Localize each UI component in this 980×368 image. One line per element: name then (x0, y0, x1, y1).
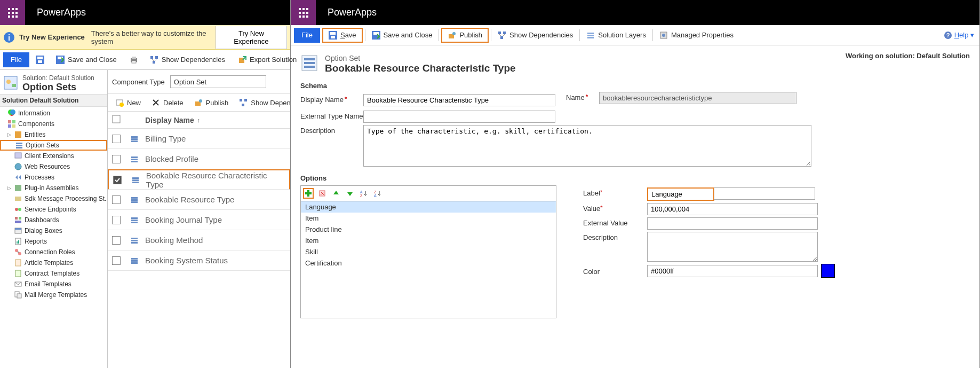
option-item[interactable]: Item (301, 235, 556, 246)
svg-rect-85 (131, 258, 138, 260)
tree-option-sets[interactable]: Option Sets (0, 140, 107, 151)
save-button[interactable]: Save (322, 28, 363, 43)
new-button[interactable]: New (112, 96, 144, 109)
svg-rect-58 (17, 294, 21, 298)
show-dependencies-mini-button[interactable]: Show Depen (236, 96, 290, 109)
svg-rect-37 (16, 147, 22, 148)
save-and-close-button[interactable]: Save and Close (52, 52, 121, 67)
solution-layers-button[interactable]: Solution Layers (582, 28, 650, 43)
tree-reports[interactable]: Reports (0, 236, 107, 247)
tree-mail-merge[interactable]: Mail Merge Templates (0, 289, 107, 300)
help-label: Help ▾ (954, 31, 974, 39)
delete-option-button[interactable] (317, 188, 328, 199)
svg-rect-69 (131, 140, 138, 142)
try-new-experience-button[interactable]: Try New Experience (216, 26, 287, 49)
tree-plugin-assemblies[interactable]: ▷Plug-in Assemblies (0, 183, 107, 193)
tree-sdk-message[interactable]: Sdk Message Processing St... (0, 193, 107, 204)
tree-email-templates[interactable]: Email Templates (0, 279, 107, 289)
options-listbox[interactable]: LanguageItemProduct lineItemSkillCertifi… (300, 201, 556, 318)
option-item[interactable]: Certification (301, 257, 556, 269)
color-swatch[interactable] (821, 264, 835, 278)
managed-properties-button[interactable]: Managed Properties (655, 28, 738, 43)
print-icon-button[interactable] (125, 52, 146, 67)
tree-service-endpoints[interactable]: Service Endpoints (0, 204, 107, 215)
tree-article-templates[interactable]: Article Templates (0, 257, 107, 268)
component-type-select[interactable]: Option Set (170, 75, 266, 88)
publish-button[interactable]: Publish (441, 28, 489, 43)
svg-rect-65 (242, 104, 244, 106)
tree-dialog-boxes[interactable]: Dialog Boxes (0, 225, 107, 236)
add-option-button[interactable] (303, 188, 314, 199)
row-checkbox[interactable] (112, 155, 121, 163)
option-item[interactable]: Item (301, 213, 556, 224)
option-item[interactable]: Language (301, 201, 556, 213)
row-checkbox[interactable] (112, 256, 121, 265)
tree-dashboards[interactable]: Dashboards (0, 215, 107, 225)
svg-rect-0 (8, 8, 10, 10)
show-dependencies-button[interactable]: Show Dependencies (493, 28, 577, 43)
row-checkbox[interactable] (112, 216, 121, 224)
table-row[interactable]: Bookable Resource Type (108, 190, 290, 210)
save-label: Save (340, 31, 356, 39)
save-and-close-button[interactable]: Save and Close (368, 28, 437, 43)
option-external-input[interactable] (647, 217, 818, 230)
svg-rect-91 (299, 12, 301, 14)
help-link[interactable]: ? Help ▾ (944, 31, 974, 40)
table-row[interactable]: Bookable Resource Characteristic Type (108, 169, 290, 190)
option-label-input[interactable] (648, 189, 713, 200)
tree-information[interactable]: Information (0, 108, 107, 119)
move-down-button[interactable] (345, 188, 355, 199)
svg-rect-1 (12, 8, 14, 10)
svg-rect-6 (8, 15, 10, 18)
table-row[interactable]: Blocked Profile (108, 149, 290, 169)
svg-rect-41 (15, 197, 21, 201)
tree-client-extensions[interactable]: Client Extensions (0, 151, 107, 161)
file-button[interactable]: File (294, 28, 320, 43)
delete-button[interactable]: Delete (148, 96, 187, 109)
file-button[interactable]: File (3, 52, 29, 67)
option-color-input[interactable] (647, 265, 818, 277)
save-icon-button[interactable] (31, 52, 52, 67)
svg-rect-13 (37, 57, 43, 59)
sort-desc-button[interactable]: ZA (372, 188, 383, 199)
table-row[interactable]: Booking Journal Type (108, 210, 290, 230)
optionset-row-icon (130, 155, 139, 163)
option-item[interactable]: Product line (301, 224, 556, 235)
external-type-label: External Type Name (300, 111, 363, 120)
option-item[interactable]: Skill (301, 246, 556, 257)
svg-rect-90 (306, 8, 308, 10)
select-all-checkbox[interactable] (112, 115, 121, 125)
option-desc-input[interactable] (647, 232, 818, 262)
tree-connection-roles[interactable]: Connection Roles (0, 247, 107, 257)
external-type-input[interactable] (363, 111, 555, 123)
table-row[interactable]: Booking System Status (108, 250, 290, 271)
svg-rect-45 (19, 217, 21, 220)
table-row[interactable]: Billing Type (108, 129, 290, 149)
display-name-column-header[interactable]: Display Name↑ (145, 116, 200, 124)
tree-web-resources[interactable]: Web Resources (0, 161, 107, 172)
row-checkbox[interactable] (112, 195, 121, 204)
move-up-button[interactable] (331, 188, 341, 199)
svg-rect-87 (131, 262, 138, 264)
row-checkbox[interactable] (112, 236, 121, 245)
display-name-label: Display Name* (300, 94, 363, 104)
waffle-icon[interactable] (291, 0, 316, 25)
description-input[interactable] (363, 125, 811, 167)
publish-button[interactable]: Publish (191, 96, 232, 109)
sort-asc-button[interactable]: AZ (358, 188, 369, 199)
tree-entities[interactable]: ▷Entities (0, 129, 107, 140)
tree-contract-templates[interactable]: Contract Templates (0, 268, 107, 279)
svg-rect-22 (153, 61, 155, 64)
app-title: PowerApps (37, 7, 86, 18)
row-checkbox[interactable] (113, 176, 122, 184)
tree-components[interactable]: Components (0, 119, 107, 129)
waffle-icon[interactable] (0, 0, 25, 25)
row-checkbox[interactable] (112, 135, 121, 143)
show-dependencies-button[interactable]: Show Dependencies (146, 52, 229, 67)
svg-rect-32 (8, 124, 11, 128)
option-value-input[interactable] (647, 203, 818, 215)
tree-processes[interactable]: Processes (0, 172, 107, 183)
display-name-input[interactable] (363, 94, 555, 106)
table-row[interactable]: Booking Method (108, 230, 290, 250)
svg-rect-30 (8, 120, 11, 123)
